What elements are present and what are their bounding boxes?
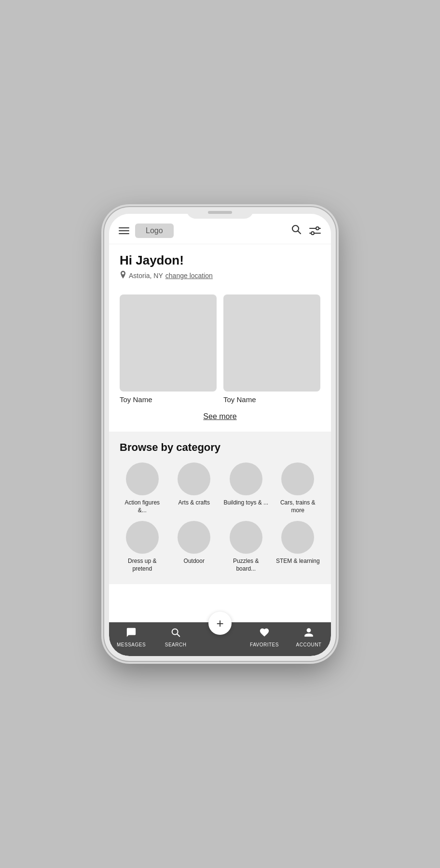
phone-screen: Logo [109, 214, 331, 656]
category-circle-stem [281, 521, 314, 554]
location-row: Astoria, NY change location [120, 271, 320, 280]
header: Logo [109, 214, 331, 244]
category-cars-trains[interactable]: Cars, trains & more [275, 462, 321, 514]
browse-title: Browse by category [120, 441, 320, 454]
category-outdoor[interactable]: Outdoor [172, 521, 217, 573]
category-puzzles[interactable]: Puzzles & board... [223, 521, 269, 573]
hamburger-menu-button[interactable] [119, 227, 129, 234]
category-label-outdoor: Outdoor [184, 558, 205, 565]
hamburger-line-2 [119, 230, 129, 231]
toys-grid: Toy Name Toy Name [109, 288, 331, 404]
category-label-action-figures: Action figures &... [120, 499, 165, 514]
category-label-puzzles: Puzzles & board... [223, 558, 269, 573]
logo[interactable]: Logo [135, 224, 174, 238]
category-building-toys[interactable]: Building toys & ... [223, 462, 269, 514]
nav-favorites-label: FAVORITES [250, 642, 279, 647]
nav-search-icon [170, 627, 181, 640]
svg-point-3 [316, 227, 319, 230]
category-action-figures[interactable]: Action figures &... [120, 462, 165, 514]
fab-button[interactable]: + [208, 612, 232, 635]
nav-account[interactable]: ACCOUNT [294, 627, 323, 647]
phone-frame: Logo [104, 207, 336, 661]
nav-search-label: SEARCH [165, 642, 187, 647]
categories-grid: Action figures &... Arts & crafts Buildi… [120, 462, 320, 573]
toy-image-1 [120, 294, 217, 392]
toy-name-1: Toy Name [120, 395, 217, 404]
category-circle-action-figures [126, 462, 159, 495]
category-dress-up[interactable]: Dress up & pretend [120, 521, 165, 573]
nav-messages-label: MESSAGES [117, 642, 146, 647]
header-left: Logo [119, 224, 174, 238]
filter-icon[interactable] [309, 226, 321, 236]
svg-line-1 [298, 231, 301, 234]
category-circle-puzzles [230, 521, 262, 554]
svg-line-7 [177, 634, 179, 636]
bottom-nav: + MESSAGES SEARCH [109, 622, 331, 656]
category-label-cars-trains: Cars, trains & more [275, 499, 321, 514]
browse-section: Browse by category Action figures &... A… [109, 432, 331, 584]
category-label-stem: STEM & learning [276, 558, 320, 565]
see-more-button[interactable]: See more [203, 412, 236, 421]
toy-name-2: Toy Name [223, 395, 320, 404]
svg-point-5 [311, 232, 314, 235]
hamburger-line-1 [119, 227, 129, 228]
change-location-link[interactable]: change location [165, 272, 213, 280]
greeting-section: Hi Jaydon! Astoria, NY change location [109, 244, 331, 288]
category-label-arts-crafts: Arts & crafts [179, 499, 210, 507]
location-pin-icon [120, 271, 126, 280]
greeting-title: Hi Jaydon! [120, 253, 320, 268]
messages-icon [126, 627, 137, 640]
toy-image-2 [223, 294, 320, 392]
search-icon[interactable] [290, 224, 302, 238]
see-more-row: See more [109, 404, 331, 432]
nav-account-label: ACCOUNT [296, 642, 322, 647]
account-icon [303, 627, 314, 640]
category-label-dress-up: Dress up & pretend [120, 558, 165, 573]
category-circle-outdoor [178, 521, 210, 554]
favorites-icon [259, 627, 270, 640]
location-text: Astoria, NY [129, 272, 163, 280]
category-circle-dress-up [126, 521, 159, 554]
category-circle-building-toys [230, 462, 262, 495]
toy-card-2[interactable]: Toy Name [223, 294, 320, 404]
nav-favorites[interactable]: FAVORITES [250, 627, 279, 647]
main-content: Hi Jaydon! Astoria, NY change location T… [109, 244, 331, 622]
header-right [290, 224, 321, 238]
nav-search[interactable]: SEARCH [161, 627, 190, 647]
category-arts-crafts[interactable]: Arts & crafts [172, 462, 217, 514]
nav-messages[interactable]: MESSAGES [117, 627, 146, 647]
category-circle-cars-trains [281, 462, 314, 495]
hamburger-line-3 [119, 233, 129, 234]
category-stem[interactable]: STEM & learning [275, 521, 321, 573]
category-label-building-toys: Building toys & ... [223, 499, 268, 507]
toy-card-1[interactable]: Toy Name [120, 294, 217, 404]
category-circle-arts-crafts [178, 462, 210, 495]
